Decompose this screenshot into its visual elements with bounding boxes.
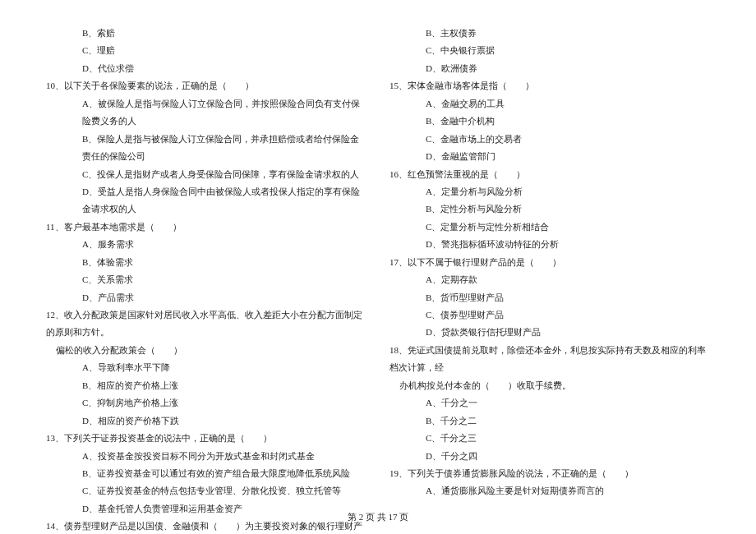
q15-opt-d: D、金融监管部门: [390, 148, 710, 165]
q12-stem-line2: 偏松的收入分配政策会（ ）: [46, 342, 366, 359]
q15-stem: 15、宋体金融市场客体是指（ ）: [390, 77, 710, 94]
q10-opt-d: D、受益人是指人身保险合同中由被保险人或者投保人指定的享有保险金请求权的人: [46, 183, 366, 219]
q12-opt-b: B、相应的资产价格上涨: [46, 377, 366, 394]
q11-opt-c: C、关系需求: [46, 271, 366, 288]
q17-opt-d: D、贷款类银行信托理财产品: [390, 324, 710, 341]
q18-opt-d: D、千分之四: [390, 448, 710, 465]
q10-stem: 10、以下关于各保险要素的说法，正确的是（ ）: [46, 77, 366, 94]
q13-stem: 13、下列关于证券投资基金的说法中，正确的是（ ）: [46, 430, 366, 447]
q9-opt-b: B、索赔: [46, 25, 366, 42]
q16-opt-c: C、定量分析与定性分析相结合: [390, 219, 710, 236]
q18-stem-line1: 18、凭证式国债提前兑取时，除偿还本金外，利息按实际持有天数及相应的利率档次计算…: [390, 342, 710, 377]
q13-opt-b: B、证券投资基金可以通过有效的资产组合最大限度地降低系统风险: [46, 465, 366, 482]
q13-opt-a: A、投资基金按投资目标不同分为开放式基金和封闭式基金: [46, 448, 366, 465]
page-columns: B、索赔 C、理赔 D、代位求偿 10、以下关于各保险要素的说法，正确的是（ ）…: [46, 25, 710, 534]
q10-opt-c: C、投保人是指财产或者人身受保险合同保障，享有保险金请求权的人: [46, 166, 366, 183]
q14-opt-b: B、主权债券: [390, 25, 710, 42]
q16-stem: 16、红色预警法重视的是（ ）: [390, 166, 710, 183]
q12-opt-a: A、导致利率水平下降: [46, 359, 366, 376]
q9-opt-d: D、代位求偿: [46, 60, 366, 77]
q10-opt-a: A、被保险人是指与保险人订立保险合同，并按照保险合同负有支付保险费义务的人: [46, 95, 366, 131]
q15-opt-c: C、金融市场上的交易者: [390, 131, 710, 148]
q11-opt-b: B、体验需求: [46, 254, 366, 271]
q12-opt-c: C、抑制房地产价格上涨: [46, 394, 366, 412]
q16-opt-d: D、警兆指标循环波动特征的分析: [390, 236, 710, 253]
q11-opt-d: D、产品需求: [46, 289, 366, 306]
q17-opt-c: C、债券型理财产品: [390, 306, 710, 324]
q17-opt-b: B、货币型理财产品: [390, 289, 710, 306]
q12-opt-d: D、相应的资产价格下跌: [46, 412, 366, 430]
q13-opt-c: C、证券投资基金的特点包括专业管理、分散化投资、独立托管等: [46, 482, 366, 499]
left-column: B、索赔 C、理赔 D、代位求偿 10、以下关于各保险要素的说法，正确的是（ ）…: [46, 25, 366, 534]
q10-opt-b: B、保险人是指与被保险人订立保险合同，并承担赔偿或者给付保险金责任的保险公司: [46, 131, 366, 166]
q19-opt-a: A、通货膨胀风险主要是针对短期债券而言的: [390, 482, 710, 499]
right-column: B、主权债券 C、中央银行票据 D、欧洲债券 15、宋体金融市场客体是指（ ） …: [390, 25, 710, 534]
q15-opt-a: A、金融交易的工具: [390, 95, 710, 113]
q14-opt-c: C、中央银行票据: [390, 42, 710, 59]
q12-stem-line1: 12、收入分配政策是国家针对居民收入水平高低、收入差距大小在分配方面制定的原则和…: [46, 306, 366, 342]
q9-opt-c: C、理赔: [46, 42, 366, 59]
q11-stem: 11、客户最基本地需求是（ ）: [46, 219, 366, 236]
q19-stem: 19、下列关于债券通货膨胀风险的说法，不正确的是（ ）: [390, 465, 710, 482]
q14-opt-d: D、欧洲债券: [390, 60, 710, 77]
q16-opt-b: B、定性分析与风险分析: [390, 200, 710, 218]
q11-opt-a: A、服务需求: [46, 236, 366, 253]
q17-stem: 17、以下不属于银行理财产品的是（ ）: [390, 254, 710, 271]
q16-opt-a: A、定量分析与风险分析: [390, 183, 710, 200]
q18-opt-b: B、千分之二: [390, 412, 710, 430]
q17-opt-a: A、定期存款: [390, 271, 710, 288]
q18-stem-line2: 办机构按兑付本金的（ ）收取手续费。: [390, 377, 710, 394]
page-footer: 第 2 页 共 17 页: [0, 509, 756, 526]
q15-opt-b: B、金融中介机构: [390, 113, 710, 130]
q18-opt-a: A、千分之一: [390, 394, 710, 412]
q18-opt-c: C、千分之三: [390, 430, 710, 447]
